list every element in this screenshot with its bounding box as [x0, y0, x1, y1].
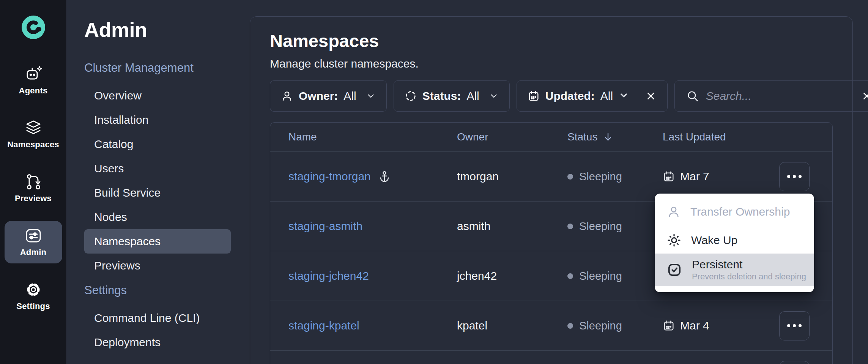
robot-icon	[24, 65, 43, 83]
status-dot-icon	[567, 224, 573, 229]
rail-item-label: Namespaces	[7, 140, 59, 150]
sidebar-item-deployments[interactable]: Deployments	[84, 330, 231, 355]
menu-item-label: Wake Up	[691, 234, 737, 247]
search-input[interactable]	[706, 90, 854, 102]
owner-filter-dropdown[interactable]: Owner: All	[270, 80, 387, 112]
chevron-down-icon	[366, 91, 376, 101]
status-label: Sleeping	[579, 170, 622, 183]
updated-filter-value: All	[600, 90, 613, 102]
column-header-status[interactable]: Status	[567, 131, 663, 143]
calendar-icon	[528, 90, 540, 102]
section-label-settings: Settings	[84, 282, 250, 298]
sidebar-item-catalog[interactable]: Catalog	[84, 132, 231, 156]
namespace-link[interactable]: staging-kpatel	[288, 319, 359, 332]
row-actions-button[interactable]	[779, 162, 810, 191]
status-dot-icon	[567, 323, 573, 329]
sidebar-item-build-service[interactable]: Build Service	[84, 181, 231, 205]
namespace-link[interactable]: staging-jchen42	[288, 269, 369, 282]
column-header-name[interactable]: Name	[270, 131, 457, 143]
table-header-row: Name Owner Status Last Updated	[270, 123, 832, 151]
column-header-last-updated[interactable]: Last Updated	[663, 131, 779, 143]
status-label: Sleeping	[579, 270, 622, 282]
table-row: staging-kpatel kpatel Sleeping Mar 4	[270, 301, 832, 350]
menu-item-persistent[interactable]: Persistent Prevents deletion and sleepin…	[655, 254, 814, 286]
column-header-status-label: Status	[567, 131, 597, 143]
last-updated-cell: Mar 4	[663, 319, 779, 332]
owner-filter-label: Owner:	[299, 90, 338, 102]
status-label: Sleeping	[579, 320, 622, 332]
status-cell: Sleeping	[567, 320, 663, 332]
sun-icon	[667, 233, 681, 247]
menu-item-wake-up[interactable]: Wake Up	[655, 227, 814, 254]
sidebar-title: Admin	[84, 17, 250, 42]
chevron-down-icon	[489, 91, 499, 101]
sidebar-item-nodes[interactable]: Nodes	[84, 205, 231, 229]
rail-nav: Agents Namespaces	[5, 59, 62, 317]
cluster-management-list: Overview Installation Catalog Users Buil…	[84, 84, 250, 278]
anchor-icon	[378, 170, 391, 183]
search-box	[674, 80, 868, 112]
last-updated-cell: Mar 7	[663, 170, 779, 183]
row-actions-button[interactable]	[779, 361, 810, 364]
clear-updated-filter-icon[interactable]	[645, 90, 657, 102]
updated-filter-dropdown[interactable]: Updated: All	[517, 80, 668, 112]
app-logo[interactable]	[21, 15, 46, 39]
person-icon	[281, 90, 293, 102]
clear-search-icon[interactable]	[861, 90, 868, 102]
sidebar-item-overview[interactable]: Overview	[84, 84, 231, 108]
sidebar-item-installation[interactable]: Installation	[84, 108, 231, 132]
status-ring-icon	[405, 90, 417, 102]
coder-logo-icon	[21, 15, 46, 39]
owner-cell: kpatel	[457, 319, 567, 332]
row-actions-button[interactable]	[779, 311, 810, 340]
status-dot-icon	[567, 174, 573, 180]
last-updated-label: Mar 4	[680, 319, 709, 332]
sidebar-item-users[interactable]: Users	[84, 156, 231, 181]
rail-item-namespaces[interactable]: Namespaces	[5, 113, 62, 156]
rail-item-settings[interactable]: Settings	[5, 275, 62, 317]
person-icon	[667, 205, 681, 219]
sidebar-item-namespaces[interactable]: Namespaces	[84, 229, 231, 254]
status-cell: Sleeping	[567, 220, 663, 233]
status-filter-label: Status:	[422, 90, 461, 102]
namespaces-panel: Namespaces Manage cluster namespaces. Ow…	[250, 16, 853, 364]
rail-item-label: Settings	[16, 301, 50, 311]
rail-item-agents[interactable]: Agents	[5, 59, 62, 102]
section-label-cluster-management: Cluster Management	[84, 60, 250, 76]
menu-item-label: Transfer Ownership	[690, 205, 790, 218]
updated-filter-label: Updated:	[545, 90, 595, 102]
search-icon	[686, 90, 699, 102]
rail-item-label: Admin	[20, 247, 46, 257]
menu-item-transfer-ownership[interactable]: Transfer Ownership	[655, 197, 814, 227]
namespace-link[interactable]: staging-tmorgan	[288, 170, 371, 183]
status-filter-value: All	[466, 90, 479, 102]
chevron-down-icon	[619, 90, 629, 102]
rail-item-label: Agents	[19, 86, 48, 96]
calendar-icon	[663, 320, 675, 332]
table-row	[270, 350, 832, 364]
sidebar-item-previews[interactable]: Previews	[84, 254, 231, 278]
namespace-link[interactable]: staging-asmith	[288, 220, 362, 233]
status-dot-icon	[567, 273, 573, 279]
menu-item-label: Persistent	[692, 258, 806, 271]
sidebar-item-cli[interactable]: Command Line (CLI)	[84, 306, 231, 330]
sort-desc-icon[interactable]	[603, 132, 613, 142]
owner-cell: tmorgan	[457, 170, 567, 183]
row-actions-menu: Transfer Ownership Wake Up Persistent Pr…	[655, 194, 814, 292]
rail-item-label: Previews	[15, 194, 52, 203]
checkbox-check-icon	[667, 262, 682, 277]
git-branch-icon	[24, 173, 43, 191]
column-header-owner[interactable]: Owner	[457, 131, 567, 143]
menu-item-description: Prevents deletion and sleeping	[692, 272, 806, 281]
page-subtitle: Manage cluster namespaces.	[270, 56, 833, 71]
status-cell: Sleeping	[567, 170, 663, 183]
icon-rail: Agents Namespaces	[0, 0, 67, 364]
filter-bar: Owner: All Status: All	[270, 80, 833, 112]
owner-filter-value: All	[343, 90, 356, 102]
status-label: Sleeping	[579, 220, 622, 233]
gear-icon	[24, 281, 43, 298]
rail-item-admin[interactable]: Admin	[5, 221, 62, 263]
rail-item-previews[interactable]: Previews	[5, 167, 62, 210]
status-filter-dropdown[interactable]: Status: All	[394, 80, 510, 112]
page-title: Namespaces	[270, 30, 833, 52]
